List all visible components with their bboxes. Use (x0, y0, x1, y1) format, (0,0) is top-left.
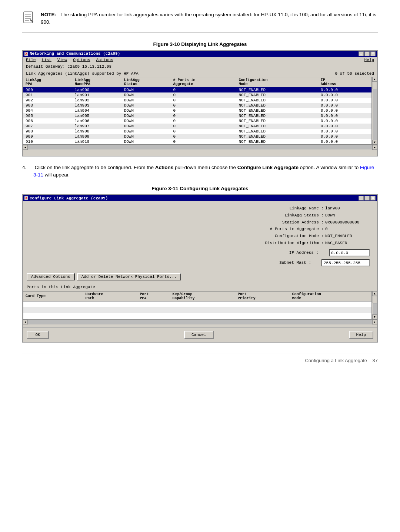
horizontal-scrollbar[interactable]: ◄ ► (23, 145, 377, 150)
table-row[interactable]: 900lan900DOWN0NOT_ENABLED0.0.0.0 (23, 87, 371, 92)
info-row-subnet: Subnet Mask : (30, 259, 370, 266)
scroll-right-button[interactable]: ► (372, 145, 377, 150)
distribution-label: Distribution Algorithm : (242, 240, 324, 247)
maximize-button[interactable]: □ (364, 51, 370, 56)
fig2-spacer (23, 324, 377, 327)
fig2-titlebar-left: x Configure Link Aggregate (c2a09) (24, 196, 108, 201)
svg-rect-0 (24, 12, 33, 23)
fig2-scroll-up[interactable]: ▲ (372, 291, 377, 296)
col-port-ppa: PortPPA (137, 292, 170, 302)
info-row-config: Configuration Mode : NOT_ENABLED (30, 233, 370, 240)
table-row[interactable]: 907lan907DOWN0NOT_ENABLED0.0.0.0 (23, 124, 371, 129)
table-row[interactable]: 903lan903DOWN0NOT_ENABLED0.0.0.0 (23, 103, 371, 108)
menu-list[interactable]: List (41, 58, 51, 62)
spacer2 (30, 256, 370, 259)
table-row[interactable]: 901lan901DOWN0NOT_ENABLED0.0.0.0 (23, 92, 371, 98)
col-ip: IPAddress (319, 77, 371, 87)
ports-label: Ports in this Link Aggregate (23, 283, 377, 291)
col-config: ConfigurationMode (237, 77, 319, 87)
figure1-window: x Networking and Communications (c2a09) … (22, 50, 378, 156)
add-delete-ports-button[interactable]: Add or Delete Network Physical Ports... (77, 273, 181, 280)
titlebar-buttons[interactable]: _ □ × (359, 51, 376, 56)
actions-bold: Actions (155, 165, 174, 170)
fig2-scroll-thumb[interactable] (373, 296, 377, 303)
scroll-thumb[interactable] (373, 82, 377, 89)
figure2-title: Figure 3-11 Configuring Link Aggregates (22, 186, 378, 191)
figure1-data-table: LinkAggPPA LinkAggNamePPA LinkAggStatus … (23, 77, 371, 144)
table-header-text: Link Aggregates (LinkAggs) supported by … (26, 71, 139, 76)
table-row[interactable]: 909lan909DOWN0NOT_ENABLED0.0.0.0 (23, 134, 371, 139)
ports-aggregate-label: # Ports in Aggregate : (242, 226, 324, 233)
figure1-menubar: File List View Options Actions Help (23, 57, 377, 63)
step4-text: 4. Click on the link aggregate to be con… (22, 164, 378, 179)
bottom-button-row: OK Cancel Help (23, 327, 377, 342)
fig2-scroll-left[interactable]: ◄ (23, 320, 28, 324)
scroll-down-button[interactable]: ▼ (372, 140, 377, 145)
scroll-h-track[interactable] (28, 145, 372, 149)
menu-options[interactable]: Options (73, 58, 90, 62)
help-button[interactable]: Help (349, 331, 373, 339)
table-header-row: Link Aggregates (LinkAggs) supported by … (23, 70, 377, 77)
footer-text: Configuring a Link Aggregate (305, 358, 367, 363)
titlebar-left: x Networking and Communications (c2a09) (24, 51, 120, 56)
scroll-up-button[interactable]: ▲ (372, 77, 377, 82)
station-address-label: Station Address : (242, 219, 324, 226)
fig2-scroll-down[interactable]: ▼ (372, 314, 377, 319)
info-row-distribution: Distribution Algorithm : MAC_BASED (30, 240, 370, 247)
subnet-input[interactable] (321, 259, 370, 266)
advanced-options-button[interactable]: Advanced Options (27, 273, 75, 280)
linkagg-name-value: lan900 (325, 205, 370, 212)
table-row[interactable]: 905lan905DOWN0NOT_ENABLED0.0.0.0 (23, 113, 371, 118)
info-section: LinkAgg Name : lan900 LinkAgg Status : D… (23, 201, 377, 270)
menu-help[interactable]: Help (364, 58, 374, 62)
note-body: The starting PPA number for link aggrega… (41, 12, 376, 25)
config-mode-label: Configuration Mode : (242, 233, 324, 240)
fig2-scroll-track[interactable] (373, 296, 377, 315)
scroll-track[interactable] (373, 82, 377, 140)
menu-actions[interactable]: Actions (96, 58, 113, 62)
minimize-button[interactable]: _ (359, 51, 364, 56)
ip-input[interactable] (329, 249, 370, 256)
table-row[interactable]: 908lan908DOWN0NOT_ENABLED0.0.0.0 (23, 129, 371, 134)
ok-button[interactable]: OK (27, 331, 49, 339)
configure-bold: Configure Link Aggregate (237, 165, 299, 170)
fig2-scroll-right[interactable]: ► (372, 320, 377, 324)
col-ports: # Ports inAggregate (171, 77, 236, 87)
table-row[interactable]: 904lan904DOWN0NOT_ENABLED0.0.0.0 (23, 108, 371, 113)
close-button[interactable]: × (370, 51, 376, 56)
cancel-button[interactable]: Cancel (184, 331, 214, 339)
advanced-btn-row: Advanced Options Add or Delete Network P… (23, 270, 377, 283)
fig2-titlebar-buttons[interactable]: _ □ × (359, 196, 376, 201)
table-header: LinkAggPPA LinkAggNamePPA LinkAggStatus … (23, 77, 371, 87)
table-row[interactable]: 906lan906DOWN0NOT_ENABLED0.0.0.0 (23, 118, 371, 124)
empty-row-3 (23, 313, 371, 319)
spacer1 (30, 246, 370, 249)
fig2-horizontal-scrollbar[interactable]: ◄ ► (23, 319, 377, 324)
col-nameppa: LinkAggNamePPA (73, 77, 122, 87)
fig2-maximize-button[interactable]: □ (364, 196, 370, 201)
figure2-data-table: Card Type HardwarePath PortPPA Key/Group… (23, 292, 371, 319)
col-ppa: LinkAggPPA (23, 77, 73, 87)
x-icon: x (24, 52, 28, 56)
scroll-left-button[interactable]: ◄ (23, 145, 28, 150)
fig2-close-button[interactable]: × (370, 196, 376, 201)
col-key-group: Key/GroupCapability (170, 292, 236, 302)
info-row-name: LinkAgg Name : lan900 (30, 205, 370, 212)
fig2-minimize-button[interactable]: _ (359, 196, 364, 201)
menu-file[interactable]: File (26, 58, 36, 62)
figure1-window-title: Networking and Communications (c2a09) (30, 51, 120, 56)
figure1-status: Default Gateway: c2a09 15.13.112.98 (23, 63, 377, 70)
figure2-table-wrapper: Card Type HardwarePath PortPPA Key/Group… (23, 291, 377, 320)
figure1-table-wrapper: LinkAggPPA LinkAggNamePPA LinkAggStatus … (23, 77, 377, 145)
info-row-status: LinkAgg Status : DOWN (30, 212, 370, 219)
page-footer: Configuring a Link Aggregate 37 (22, 354, 378, 363)
station-address-value: 0x000000000000 (325, 219, 370, 226)
table-row[interactable]: 910lan910DOWN0NOT_ENABLED0.0.0.0 (23, 139, 371, 144)
linkagg-name-label: LinkAgg Name : (242, 205, 324, 212)
table-row[interactable]: 902lan902DOWN0NOT_ENABLED0.0.0.0 (23, 98, 371, 103)
vertical-scrollbar[interactable]: ▲ ▼ (372, 77, 377, 145)
menu-view[interactable]: View (57, 58, 67, 62)
figure2-window: x Configure Link Aggregate (c2a09) _ □ ×… (22, 194, 378, 343)
fig2-scroll-h-track[interactable] (28, 320, 372, 324)
fig2-vertical-scrollbar[interactable]: ▲ ▼ (372, 291, 377, 320)
